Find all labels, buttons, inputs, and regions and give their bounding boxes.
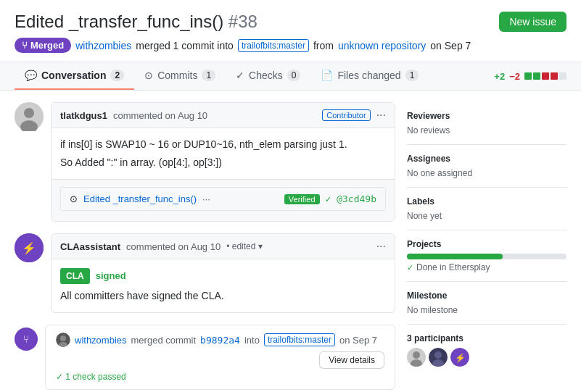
tab-files-changed[interactable]: 📄 Files changed 1 xyxy=(310,62,429,90)
comment-header-cla: CLAassistant commented on Aug 10 • edite… xyxy=(51,234,395,259)
comment-cla: ⚡ CLAassistant commented on Aug 10 • edi… xyxy=(15,233,395,313)
assignees-title: Assignees xyxy=(407,154,566,164)
sidebar-reviewers: Reviewers No reviews xyxy=(407,102,566,145)
pr-number: #38 xyxy=(228,12,257,31)
reviewers-title: Reviewers xyxy=(407,111,566,121)
merge-date: on Sep 7 xyxy=(339,335,377,346)
commit-icon: ⊙ xyxy=(70,193,78,204)
merge-author-link[interactable]: withzombies xyxy=(75,335,127,346)
cla-author[interactable]: CLAassistant xyxy=(60,241,120,252)
sidebar-assignees: Assignees No one assigned xyxy=(407,145,566,188)
comment-header-1: tlatkdgus1 commented on Aug 10 Contribut… xyxy=(51,103,395,128)
avatar-cla: ⚡ xyxy=(15,233,44,262)
comment-text-1b: So Added ":" in array. (op[4:], op[3:]) xyxy=(60,155,386,170)
sidebar-participants: 3 participants xyxy=(407,325,566,375)
comment-text-1a: if ins[0] is SWAP10 ~ 16 or DUP10~16, nt… xyxy=(60,137,386,152)
meta-author: withzombies xyxy=(75,40,131,51)
merge-target-branch[interactable]: trailofbits:master xyxy=(264,333,335,346)
cla-menu[interactable]: ··· xyxy=(376,240,386,253)
checks-icon: ✓ xyxy=(236,70,244,81)
tab-commits[interactable]: ⊙ Commits 1 xyxy=(134,62,226,90)
participant-1[interactable] xyxy=(407,348,426,367)
tab-checks[interactable]: ✓ Checks 0 xyxy=(226,62,310,90)
svg-point-15 xyxy=(434,351,442,359)
merge-icon: ⑂ xyxy=(22,40,28,51)
diff-bars xyxy=(524,72,566,80)
verified-badge: Verified xyxy=(284,194,320,204)
merge-event: ⑂ withzombies merged commit b9892a4 into xyxy=(15,325,395,390)
additions-count: +2 xyxy=(494,71,505,82)
meta-action: merged 1 commit into xyxy=(136,40,234,51)
project-progress-bar xyxy=(407,254,566,259)
sidebar-labels: Labels None yet xyxy=(407,188,566,230)
milestone-value: No milestone xyxy=(407,305,566,315)
comment-author-1[interactable]: tlatkdgus1 xyxy=(60,110,107,121)
commit-hash[interactable]: ✓ @3cd49b xyxy=(326,193,376,204)
merge-author-avatar xyxy=(56,333,70,347)
diff-bar-gray xyxy=(559,72,566,80)
commit-message-link[interactable]: Edited _transfer_func_ins() xyxy=(83,193,197,204)
reviewers-value: No reviews xyxy=(407,125,566,135)
comment-date-1: commented on Aug 10 xyxy=(113,110,207,121)
view-details-button[interactable]: View details xyxy=(319,351,384,369)
merge-event-icon: ⑂ xyxy=(15,328,38,351)
tab-bar: 💬 Conversation 2 ⊙ Commits 1 ✓ Checks 0 … xyxy=(0,62,581,91)
labels-value: None yet xyxy=(407,211,566,221)
merge-action-text: merged commit xyxy=(131,335,197,346)
merge-into-text: into xyxy=(244,335,260,346)
tab-conversation[interactable]: 💬 Conversation 2 xyxy=(15,62,134,90)
files-icon: 📄 xyxy=(321,70,333,81)
check-icon: ✓ xyxy=(56,372,65,382)
diff-bar-green-1 xyxy=(524,72,532,80)
svg-point-1 xyxy=(24,108,34,118)
sidebar-projects: Projects ✓ Done in Ethersplay xyxy=(407,230,566,282)
avatar-tlatkdgus1 xyxy=(15,102,44,131)
new-issue-button[interactable]: New issue xyxy=(499,12,566,32)
diff-bar-green-2 xyxy=(533,72,540,80)
comment-menu-1[interactable]: ··· xyxy=(376,109,386,122)
diff-bar-red-2 xyxy=(551,72,558,80)
project-check-icon: ✓ xyxy=(407,263,413,272)
projects-value: Done in Ethersplay xyxy=(416,262,490,272)
author-link[interactable]: withzombies xyxy=(75,40,131,51)
conversation-icon: 💬 xyxy=(25,70,37,81)
cla-badge: CLA xyxy=(60,268,90,284)
sidebar: Reviewers No reviews Assignees No one as… xyxy=(407,102,566,392)
pr-meta: ⑂ Merged withzombies merged 1 commit int… xyxy=(15,38,566,53)
cla-text: All committers have signed the CLA. xyxy=(60,288,386,304)
svg-text:⚡: ⚡ xyxy=(455,352,466,363)
cla-date: commented on Aug 10 xyxy=(126,241,221,252)
commit-reference: ⊙ Edited _transfer_func_ins() ··· Verifi… xyxy=(60,187,386,211)
diff-bar-red-1 xyxy=(542,72,549,80)
milestone-title: Milestone xyxy=(407,291,566,301)
comment-body-1: if ins[0] is SWAP10 ~ 16 or DUP10~16, nt… xyxy=(51,128,395,179)
comment-tlatkdgus1: tlatkdgus1 commented on Aug 10 Contribut… xyxy=(15,102,395,222)
source-repo-link[interactable]: unknown repository xyxy=(338,40,426,51)
merged-badge: ⑂ Merged xyxy=(15,38,71,53)
participants-title: 3 participants xyxy=(407,333,566,343)
cla-status: signed xyxy=(96,269,126,283)
commits-icon: ⊙ xyxy=(144,70,153,81)
svg-point-12 xyxy=(413,351,420,359)
sidebar-milestone: Milestone No milestone xyxy=(407,282,566,325)
pr-title: Edited _transfer_func_ins() #38 xyxy=(15,12,257,32)
projects-title: Projects xyxy=(407,239,566,249)
cla-edited-link[interactable]: • edited ▾ xyxy=(226,241,263,251)
svg-point-6 xyxy=(60,335,66,341)
assignees-value: No one assigned xyxy=(407,168,566,178)
participants-list: ⚡ xyxy=(407,348,566,367)
check-passed: ✓ 1 check passed xyxy=(56,372,384,382)
svg-text:⚡: ⚡ xyxy=(22,241,36,255)
project-progress-fill xyxy=(407,254,503,259)
participant-3[interactable]: ⚡ xyxy=(450,348,469,367)
cla-body: CLA signed All committers have signed th… xyxy=(51,259,395,312)
meta-date: on Sep 7 xyxy=(430,40,471,51)
deletions-count: −2 xyxy=(509,71,520,82)
commit-dots[interactable]: ··· xyxy=(202,193,210,204)
merge-commit-hash[interactable]: b9892a4 xyxy=(200,335,240,346)
participant-2[interactable] xyxy=(429,348,448,367)
labels-title: Labels xyxy=(407,196,566,207)
meta-from: from xyxy=(313,40,334,51)
target-branch-link[interactable]: trailofbits:master xyxy=(238,39,309,52)
contributor-badge: Contributor xyxy=(322,109,370,121)
